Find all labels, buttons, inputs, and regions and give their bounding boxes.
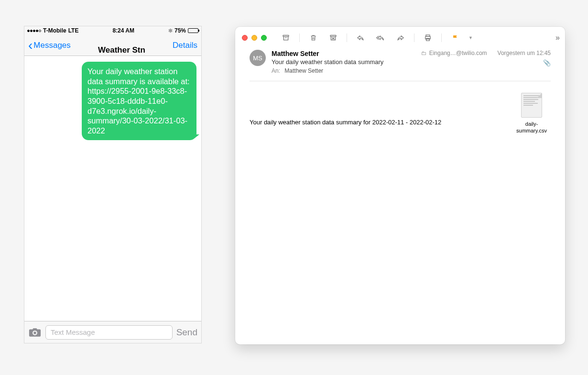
mailbox-icon: 🗀 <box>421 50 426 56</box>
compose-bar: Send <box>24 321 201 343</box>
status-time: 8:24 AM <box>112 27 134 34</box>
svg-rect-4 <box>426 38 430 41</box>
print-button[interactable] <box>420 32 436 44</box>
mail-body: Your daily weather station data summary … <box>235 81 565 344</box>
minimize-window-button[interactable] <box>251 35 257 41</box>
mail-subject: Your daily weather station data summary <box>272 58 415 66</box>
archive-button[interactable] <box>278 32 294 44</box>
attachment-icon: 📎 <box>421 59 551 66</box>
conversation-title: Weather Stn <box>71 45 173 55</box>
file-thumbnail-icon <box>521 93 542 118</box>
reply-all-button[interactable] <box>373 32 388 44</box>
reply-button[interactable] <box>353 32 368 44</box>
signal-dots-icon <box>27 30 41 32</box>
attachment-item[interactable]: daily-summary.csv <box>512 93 551 134</box>
outgoing-message-bubble[interactable]: Your daily weather station data summary … <box>82 62 196 140</box>
close-window-button[interactable] <box>242 35 248 41</box>
zoom-window-button[interactable] <box>261 35 267 41</box>
details-button[interactable]: Details <box>173 41 197 50</box>
overflow-button[interactable]: » <box>555 33 558 42</box>
attachment-filename: daily-summary.csv <box>512 121 551 134</box>
delete-button[interactable] <box>305 32 321 44</box>
junk-button[interactable] <box>326 32 341 44</box>
window-controls <box>242 35 267 41</box>
mail-body-text: Your daily weather station data summary … <box>250 93 502 126</box>
flag-dropdown-icon[interactable]: ▼ <box>468 35 473 40</box>
battery-pct: 75% <box>174 27 186 34</box>
mail-window: ▼ » MS Matthew Setter Your daily weather… <box>235 27 565 344</box>
flag-button[interactable] <box>447 32 463 44</box>
status-bar: T-Mobile LTE 8:24 AM ✱ 75% <box>24 26 201 35</box>
status-right: ✱ 75% <box>168 27 198 34</box>
forward-button[interactable] <box>393 32 408 44</box>
mail-toolbar: ▼ » <box>235 27 565 49</box>
send-button[interactable]: Send <box>176 327 197 338</box>
bluetooth-icon: ✱ <box>168 28 173 34</box>
svg-rect-1 <box>330 35 336 37</box>
status-left: T-Mobile LTE <box>27 27 78 34</box>
to-value: Matthew Setter <box>284 67 323 74</box>
to-label: An: <box>272 67 280 74</box>
carrier-label: T-Mobile <box>43 27 66 34</box>
mailbox-label: Eingang…@twilio.com <box>429 50 487 56</box>
nav-bar: ‹ Messages Weather Stn Details <box>24 35 201 56</box>
chevron-left-icon: ‹ <box>28 39 33 52</box>
mail-header: MS Matthew Setter Your daily weather sta… <box>250 49 551 81</box>
message-input[interactable] <box>45 325 173 340</box>
messages-area[interactable]: Your daily weather station data summary … <box>24 56 201 321</box>
network-label: LTE <box>68 27 79 34</box>
back-label: Messages <box>33 41 70 50</box>
mail-date: Vorgestern um 12:45 <box>498 50 551 56</box>
back-button[interactable]: ‹ Messages <box>28 39 71 52</box>
sms-app: T-Mobile LTE 8:24 AM ✱ 75% ‹ Messages We… <box>24 26 202 343</box>
sender-avatar: MS <box>250 50 266 66</box>
svg-rect-0 <box>283 35 289 37</box>
battery-icon <box>188 28 198 33</box>
camera-icon[interactable] <box>28 327 42 338</box>
sender-name: Matthew Setter <box>272 50 415 57</box>
